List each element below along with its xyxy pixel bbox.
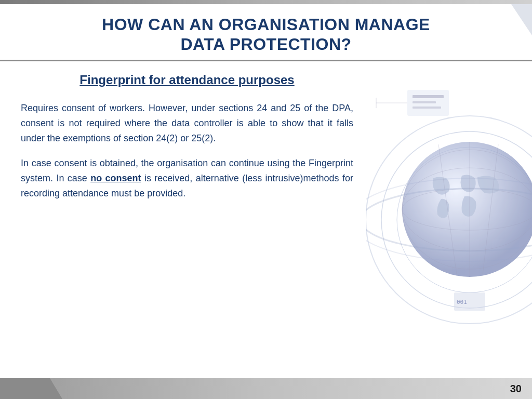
svg-marker-0	[511, 4, 532, 35]
top-bar	[0, 0, 532, 4]
globe-decoration: 001	[366, 61, 532, 378]
header: HOW CAN AN ORGANISATION MANAGE DATA PROT…	[0, 4, 532, 61]
paragraph-second: In case consent is obtained, the organis…	[21, 156, 353, 201]
corner-decoration	[490, 4, 532, 35]
page-number: 30	[510, 383, 522, 395]
text-content: Fingerprint for attendance purposes Requ…	[0, 61, 374, 378]
svg-rect-15	[413, 101, 436, 103]
svg-rect-14	[413, 95, 444, 98]
bottom-bar: 30	[0, 378, 532, 399]
svg-text:001: 001	[457, 299, 467, 305]
no-consent-text: no consent	[90, 173, 141, 183]
paragraph-first: Requires consent of workers. However, un…	[21, 101, 353, 145]
content-area: Fingerprint for attendance purposes Requ…	[0, 61, 532, 378]
title-line2: DATA PROTECTION?	[180, 35, 351, 54]
slide: HOW CAN AN ORGANISATION MANAGE DATA PROT…	[0, 0, 532, 399]
subtitle: Fingerprint for attendance purposes	[21, 72, 353, 88]
title-line1: HOW CAN AN ORGANISATION MANAGE	[102, 15, 430, 34]
page-title: HOW CAN AN ORGANISATION MANAGE DATA PROT…	[21, 15, 511, 55]
svg-rect-16	[413, 107, 441, 109]
bottom-tab-decoration	[0, 378, 62, 399]
